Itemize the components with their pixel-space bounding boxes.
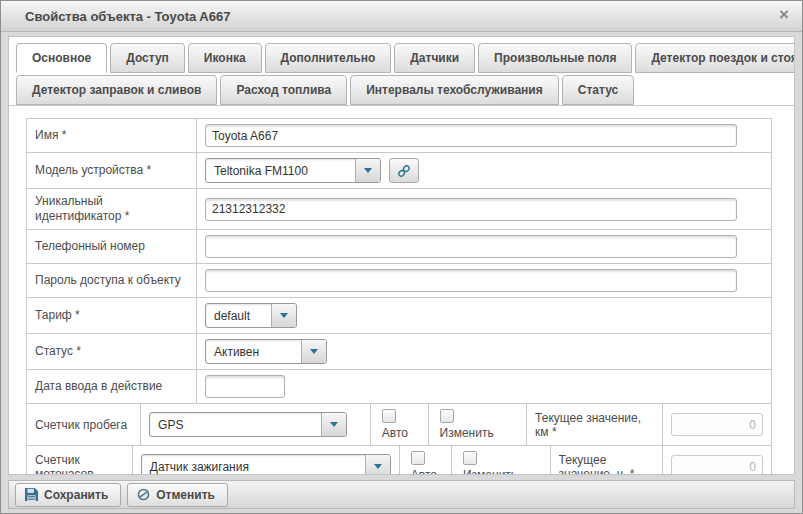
tab-main[interactable]: Основное [16,43,107,73]
unique-id-row: Уникальный идентификатор * [27,189,772,230]
field-label-access-password: Пароль доступа к объекту [27,264,197,298]
chevron-down-icon [310,349,318,354]
engine-hours-current-value-label: Текущее значение, ч. * [550,446,662,476]
device-model-dropdown-button[interactable] [355,159,380,182]
tab-fuel-consumption[interactable]: Расход топлива [220,75,347,105]
name-input[interactable] [205,124,737,147]
field-label-phone: Телефонный номер [27,230,197,264]
mileage-current-value-input [671,413,763,436]
chevron-down-icon [374,464,382,469]
engine-hours-sensor-value: Датчик зажигания [142,455,257,475]
save-button-label: Сохранить [44,488,108,502]
activation-date-input[interactable] [205,375,285,398]
name-row: Имя * [27,119,772,153]
save-icon [25,488,38,501]
device-model-select[interactable]: Teltonika FM1100 [205,158,381,183]
tariff-dropdown-button[interactable] [271,304,296,327]
mileage-counter-row: Счетчик пробега GPS Авто [27,404,772,446]
engine-hours-dropdown-button[interactable] [365,455,390,475]
cancel-icon [137,488,150,501]
status-row: Статус * Активен [27,334,772,370]
phone-row: Телефонный номер [27,230,772,264]
status-select[interactable]: Активен [205,339,327,364]
mileage-change-label: Изменить [440,426,494,440]
engine-hours-change-checkbox[interactable] [463,451,477,465]
tariff-row: Тариф * default [27,298,772,334]
mileage-sensor-select[interactable]: GPS [149,412,347,437]
tariff-value: default [206,304,258,327]
access-password-input[interactable] [205,269,737,292]
cancel-button[interactable]: Отменить [127,483,228,507]
mileage-current-value-label: Текущее значение, км * [527,404,663,446]
engine-hours-sensor-select[interactable]: Датчик зажигания [141,454,391,475]
mileage-auto-label: Авто [382,426,408,440]
field-label-status: Статус * [27,334,197,370]
device-link-button[interactable] [389,158,419,183]
tab-additional[interactable]: Дополнительно [265,43,392,73]
tab-bar: Основное Доступ Иконка Дополнительно Дат… [9,37,794,106]
save-button[interactable]: Сохранить [15,483,121,507]
field-label-tariff: Тариф * [27,298,197,334]
unique-id-input[interactable] [205,198,737,221]
cancel-button-label: Отменить [156,488,215,502]
tab-access[interactable]: Доступ [110,43,185,73]
chain-link-icon [397,164,411,178]
engine-hours-current-value-input [671,455,763,475]
tab-icon[interactable]: Иконка [188,43,262,73]
tab-sensors[interactable]: Датчики [394,43,475,73]
chevron-down-icon [280,313,288,318]
tab-fuel-fill-drain-detector[interactable]: Детектор заправок и сливов [16,75,217,105]
field-label-mileage-counter: Счетчик пробега [27,404,141,446]
tab-maintenance-intervals[interactable]: Интервалы техобслуживания [350,75,559,105]
engine-hours-counter-table: Счетчик моточасов Датчик зажигания Авто [26,445,772,475]
mileage-sensor-value: GPS [150,413,191,436]
mileage-counter-table: Счетчик пробега GPS Авто [26,403,772,446]
status-value: Активен [206,340,267,363]
engine-hours-auto-checkbox[interactable] [411,451,425,465]
mileage-change-checkbox[interactable] [440,409,454,423]
engine-hours-auto-label: Авто [411,468,437,475]
engine-hours-counter-row: Счетчик моточасов Датчик зажигания Авто [27,446,772,476]
main-fields-table: Имя * Модель устройства * Teltonika FM11… [26,118,772,404]
main-tab-form: Имя * Модель устройства * Teltonika FM11… [26,118,794,475]
object-properties-dialog: Свойства объекта - Toyota A667 × Основно… [0,0,803,514]
field-label-device-model: Модель устройства * [27,153,197,189]
tab-trip-parking-detector[interactable]: Детектор поездок и стоянок [635,43,795,73]
field-label-unique-id: Уникальный идентификатор * [27,189,197,230]
access-password-row: Пароль доступа к объекту [27,264,772,298]
device-model-value: Teltonika FM1100 [206,159,316,182]
device-model-row: Модель устройства * Teltonika FM1100 [27,153,772,189]
dialog-titlebar[interactable]: Свойства объекта - Toyota A667 × [1,1,802,32]
tariff-select[interactable]: default [205,303,297,328]
phone-input[interactable] [205,235,737,258]
footer-toolbar: Сохранить Отменить [8,480,795,509]
dialog-body: Основное Доступ Иконка Дополнительно Дат… [8,36,795,475]
field-label-name: Имя * [27,119,197,153]
dialog-title: Свойства объекта - Toyota A667 [25,9,230,24]
tab-custom-fields[interactable]: Произвольные поля [478,43,632,73]
tab-status[interactable]: Статус [562,75,634,105]
mileage-dropdown-button[interactable] [321,413,346,436]
chevron-down-icon [330,422,338,427]
tab-row-2: Детектор заправок и сливов Расход топлив… [16,75,787,105]
close-icon[interactable]: × [779,6,789,24]
mileage-auto-checkbox[interactable] [382,409,396,423]
field-label-activation-date: Дата ввода в действие [27,370,197,404]
chevron-down-icon [364,168,372,173]
field-label-engine-hours-counter: Счетчик моточасов [27,446,133,476]
tab-row-1: Основное Доступ Иконка Дополнительно Дат… [16,43,787,73]
activation-date-row: Дата ввода в действие [27,370,772,404]
status-dropdown-button[interactable] [301,340,326,363]
engine-hours-change-label: Изменить [463,468,517,475]
